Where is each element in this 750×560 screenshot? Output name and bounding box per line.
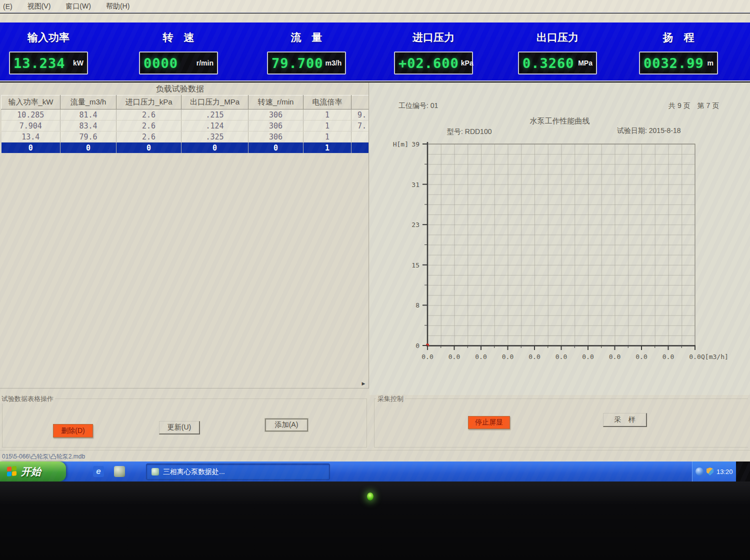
acq-control-groupbox [374, 398, 748, 448]
column-header[interactable]: 流量_m3/h [60, 96, 116, 110]
table-cell: .124 [182, 120, 248, 132]
program-icon[interactable] [114, 466, 125, 477]
main-area: 负载试验数据 输入功率_kW 流量_m3/h 进口压力_kPa 出口压力_MPa… [0, 82, 750, 462]
meter-label: 出口压力 [515, 30, 600, 44]
meter-label: 流 量 [264, 30, 349, 44]
column-header[interactable]: 电流倍率 [304, 96, 352, 110]
table-cell: 9. [352, 110, 369, 120]
window-top-strip [0, 14, 750, 22]
table-cell: 1 [304, 120, 352, 132]
meter-unit: kPa [461, 59, 474, 67]
column-header[interactable]: 进口压力_kPa [116, 96, 182, 110]
meter-label: 扬 程 [636, 30, 721, 44]
table-cell: .325 [182, 132, 248, 142]
table-cell: 79.6 [60, 132, 116, 142]
table-cell: 2.6 [116, 110, 182, 120]
sample-button[interactable]: 采 样 [603, 413, 647, 427]
meter-label: 进口压力 [391, 30, 476, 44]
table-cell: .215 [182, 110, 248, 120]
column-header[interactable]: 转速_r/min [248, 96, 304, 110]
svg-text:Q[m3/h]: Q[m3/h] [701, 353, 728, 360]
svg-text:31: 31 [412, 181, 420, 188]
table-cell: 81.4 [60, 110, 116, 120]
meter-display: 79.700 m3/h [267, 52, 346, 74]
app-icon [152, 468, 159, 476]
table-cell: 0 [182, 142, 248, 154]
svg-text:0.0: 0.0 [448, 353, 460, 360]
meter-display: 13.234 kW [9, 52, 88, 74]
table-row[interactable]: 0 0 0 0 0 1 [2, 142, 369, 154]
performance-chart: 3931231580H[m]0.00.00.00.00.00.00.00.00.… [372, 136, 750, 386]
column-header[interactable]: 出口压力_MPa [182, 96, 248, 110]
start-button[interactable]: 开始 [0, 462, 66, 482]
meter-value: 0032.99 [644, 56, 704, 71]
test-date-label: 试验日期: 2015-8-18 [617, 126, 681, 136]
meter-display: 0032.99 m [639, 52, 718, 74]
status-bar: 015\5-066\凸轮泵\凸轮泵2.mdb [0, 450, 750, 462]
table-row[interactable]: 7.904 83.4 2.6 .124 306 1 7. [2, 120, 369, 132]
column-header[interactable]: 电机输出 [352, 96, 369, 110]
meter-unit: r/min [196, 59, 214, 67]
table-cell: 306 [248, 132, 304, 142]
start-button-label: 开始 [21, 465, 41, 478]
table-row[interactable]: 10.285 81.4 2.6 .215 306 1 9. [2, 110, 369, 120]
model-label: 型号: RDD100 [447, 128, 492, 136]
table-cell: 0 [60, 142, 116, 154]
menu-item-view[interactable]: 视图(V) [28, 2, 51, 11]
table-title: 负载试验数据 [0, 84, 360, 94]
meter-value: 0000 [144, 56, 178, 71]
update-button[interactable]: 更新(U) [159, 421, 200, 434]
table-cell: 1 [304, 132, 352, 142]
table-cell: 83.4 [60, 120, 116, 132]
table-cell: 7. [352, 120, 369, 132]
meter-display: +02.600 kPa [394, 52, 473, 74]
taskbar-clock[interactable]: 13:20 [716, 468, 733, 476]
menu-item-edit-partial[interactable]: (E) [3, 2, 12, 10]
column-header[interactable]: 输入功率_kW [2, 96, 60, 110]
svg-text:H[m]: H[m] [393, 140, 408, 148]
meter-unit: m [708, 59, 714, 67]
ie-icon[interactable]: e [93, 466, 104, 477]
table-cell: 13.4 [2, 132, 60, 142]
meter-unit: kW [73, 59, 84, 67]
meter-display: 0000 r/min [139, 52, 218, 74]
table-cell: 306 [248, 120, 304, 132]
acq-control-group-label: 采集控制 [376, 394, 405, 404]
svg-text:0.0: 0.0 [582, 353, 594, 360]
menu-item-window[interactable]: 窗口(W) [66, 2, 91, 11]
table-ops-group-label: 试验数据表格操作 [0, 394, 55, 404]
delete-button[interactable]: 删除(D) [53, 424, 93, 438]
stop-display-button[interactable]: 停止屏显 [468, 416, 510, 429]
bezel-edge [736, 462, 750, 482]
performance-curve-panel: 工位编号: 01 共 9 页 第 7 页 水泵工作性能曲线 型号: RDD100… [370, 82, 750, 395]
table-cell [352, 132, 369, 142]
table-cell: 1 [304, 142, 352, 154]
meter-label: 转 速 [136, 30, 221, 44]
svg-text:0.0: 0.0 [502, 353, 514, 360]
menu-bar: (E) 视图(V) 窗口(W) 帮助(H) [0, 0, 750, 13]
round-blue-icon[interactable] [696, 468, 704, 476]
svg-text:0.0: 0.0 [422, 353, 433, 360]
security-shield-icon[interactable] [706, 468, 714, 476]
table-row[interactable]: 13.4 79.6 2.6 .325 306 1 [2, 132, 369, 142]
svg-text:8: 8 [416, 302, 420, 309]
menu-item-help[interactable]: 帮助(H) [106, 2, 130, 11]
meter-label: 输入功率 [6, 30, 91, 44]
svg-text:0.0: 0.0 [528, 353, 540, 360]
table-cell: 10.285 [2, 110, 60, 120]
power-led [367, 492, 374, 500]
meter-value: 13.234 [14, 56, 66, 71]
meter-unit: m3/h [326, 59, 342, 67]
windows-flag-icon [7, 466, 17, 477]
meter-unit: MPa [578, 59, 592, 67]
database-path-text: 015\5-066\凸轮泵\凸轮泵2.mdb [2, 453, 85, 460]
monitor-bezel [0, 482, 750, 560]
task-button-pump-app[interactable]: 三相离心泵数据处... [146, 464, 330, 480]
svg-text:0.0: 0.0 [662, 353, 674, 360]
svg-text:0.0: 0.0 [475, 353, 486, 360]
svg-text:0.0: 0.0 [609, 353, 620, 360]
add-button[interactable]: 添加(A) [265, 418, 308, 432]
hscroll-right-arrow[interactable]: ▶ [360, 380, 367, 387]
table-header-row: 输入功率_kW 流量_m3/h 进口压力_kPa 出口压力_MPa 转速_r/m… [2, 96, 369, 110]
instrument-panel: 输入功率 13.234 kW 转 速 0000 r/min 流 量 79.700… [0, 22, 750, 82]
